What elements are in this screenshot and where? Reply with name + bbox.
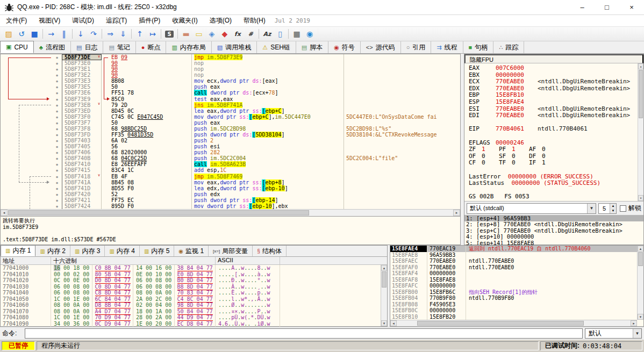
menu-item-0[interactable]: 文件(F) bbox=[0, 15, 33, 26]
registers-vscrollbar[interactable] bbox=[638, 63, 643, 201]
disasm-row[interactable]: ●5D8F740556push esi bbox=[1, 143, 460, 149]
run-icon[interactable]: → bbox=[45, 28, 58, 40]
breakpoint-dot-icon[interactable]: ● bbox=[52, 54, 62, 60]
calculator-icon[interactable]: ▦ bbox=[290, 28, 303, 40]
scroll-down-button[interactable] bbox=[638, 195, 643, 201]
register-line[interactable]: LastStatus 00000000 (STATUS_SUCCESS) bbox=[469, 180, 643, 187]
dump-tab-结构体[interactable]: §结构体 bbox=[253, 246, 287, 256]
stepper-arrows[interactable]: ▲▼ bbox=[610, 204, 616, 213]
dump-tab-内存 4[interactable]: ▥内存 4 bbox=[105, 246, 139, 256]
disasm-row[interactable]: ●5D8F741583C4 1Cadd esp,1C bbox=[1, 167, 460, 173]
tab-引用[interactable]: ○引用 bbox=[401, 41, 432, 53]
close-debuggee-icon[interactable]: ■ bbox=[28, 28, 41, 40]
disasm-row[interactable]: ●5D8F73F868 98BDC25Dpush im.5DC2BD985DC2… bbox=[1, 126, 460, 132]
menu-item-6[interactable]: 选项(O) bbox=[204, 15, 238, 26]
hide-fpu-button[interactable]: 隐藏FPU bbox=[464, 54, 643, 63]
symbols-globe-icon[interactable]: ◉ bbox=[303, 28, 316, 40]
chevron-down-icon[interactable]: ▼ bbox=[587, 204, 596, 213]
disasm-row[interactable]: ●5D8F73F750push eax bbox=[1, 120, 460, 126]
step-over-icon[interactable]: ↷ bbox=[87, 28, 100, 40]
tab-笔记[interactable]: ▤笔记 bbox=[103, 41, 135, 53]
checkbox-icon[interactable] bbox=[620, 205, 626, 212]
disasm-row[interactable]: ●5D8F73E090nop bbox=[1, 60, 460, 66]
dump-vscrollbar[interactable] bbox=[381, 265, 387, 326]
dump-row[interactable]: 770410200C 00 0E 00D0 8D 04 7706 00 08 0… bbox=[1, 277, 387, 284]
command-input[interactable] bbox=[25, 328, 583, 339]
comments-icon[interactable]: ▭ bbox=[192, 28, 205, 40]
scroll-right-button[interactable] bbox=[631, 320, 637, 326]
tab-源代码[interactable]: <>源代码 bbox=[361, 41, 401, 53]
breakpoint-dot-icon[interactable]: ● bbox=[52, 90, 62, 96]
debuggee-notes-icon[interactable]: ▯ bbox=[274, 28, 287, 40]
disasm-row[interactable]: ●5D8F7418EB 4Fjmp im.5D8F7469 bbox=[1, 174, 460, 179]
maximize-button[interactable]: □ bbox=[595, 0, 619, 15]
disasm-row[interactable]: ●5D8F73E985C0test eax,eax bbox=[1, 96, 460, 102]
hash-breakpoint-icon[interactable]: # bbox=[244, 28, 257, 40]
breakpoint-dot-icon[interactable]: ● bbox=[52, 114, 62, 120]
disasm-row[interactable]: ●5D8F7421FF75 ECpush dword ptr ss:[ebp-1… bbox=[1, 197, 460, 203]
scroll-thumb[interactable] bbox=[417, 321, 584, 326]
breakpoint-dot-icon[interactable]: ● bbox=[52, 179, 62, 185]
dump-row[interactable]: 7704103006 00 08 00C0 8D 04 7706 00 08 0… bbox=[1, 284, 387, 290]
dump-tab-内存 5[interactable]: ▥内存 5 bbox=[140, 246, 174, 256]
register-line[interactable]: CF0TF0IF1 bbox=[469, 160, 643, 167]
memory-dump-pane[interactable]: ▥内存 1▥内存 2▥内存 3▥内存 4▥内存 5◉监视 1[x=]局部变量§结… bbox=[0, 245, 388, 327]
scroll-thumb[interactable] bbox=[639, 70, 643, 118]
tab-断点[interactable]: ●断点 bbox=[136, 41, 167, 53]
breakpoint-dot-icon[interactable]: ● bbox=[52, 126, 62, 132]
stack-row[interactable]: 15E8FAEC770EABE0ntdll.770EABE0 bbox=[390, 258, 643, 264]
tab-句柄[interactable]: ■句柄 bbox=[463, 41, 494, 53]
tab-流程图[interactable]: ♣流程图 bbox=[34, 41, 71, 53]
register-line[interactable]: EDX770EABE0<ntdll.DbgUiRemoteBreakin> bbox=[469, 85, 643, 92]
dump-row[interactable]: 7704109034 00 36 000C D9 04 771E 00 20 0… bbox=[1, 321, 387, 327]
register-line[interactable] bbox=[469, 133, 643, 140]
register-line[interactable]: ZF1PF1AF0 bbox=[469, 146, 643, 153]
stack-row[interactable]: 15E8FB1015E8FB20 bbox=[390, 314, 643, 320]
scroll-thumb[interactable] bbox=[638, 252, 643, 266]
tab-脚本[interactable]: ▤脚本 bbox=[296, 41, 328, 53]
menu-item-4[interactable]: 插件(P) bbox=[133, 15, 166, 26]
disasm-row[interactable]: ●5D8F73E6FF51 78call dword ptr ds:[ecx+7… bbox=[1, 90, 460, 96]
breakpoint-dot-icon[interactable]: ● bbox=[52, 155, 62, 161]
disasm-row[interactable]: ●5D8F73E290nop bbox=[1, 72, 460, 78]
dump-row[interactable]: 770410801C 00 1E 0070 D9 04 7728 00 2A 0… bbox=[1, 314, 387, 321]
register-line[interactable]: ESP15E8FAE4 bbox=[469, 99, 643, 106]
scroll-right-button[interactable] bbox=[453, 210, 460, 216]
stack-row[interactable]: 15E8FB0C00000000 bbox=[390, 307, 643, 314]
disasm-row[interactable]: ●5D8F740B68 04C0C25Dpush im.5DC2C0045DC2… bbox=[1, 155, 460, 161]
breakpoint-dot-icon[interactable]: ● bbox=[52, 161, 62, 167]
disasm-row[interactable]: ●5D8F741A8B45 08mov eax,dword ptr ss:[eb… bbox=[1, 179, 460, 185]
tab-日志[interactable]: ▤日志 bbox=[71, 41, 103, 53]
bookmark-icon[interactable]: ◆ bbox=[218, 28, 231, 40]
tab-线程[interactable]: ⇉线程 bbox=[431, 41, 463, 53]
stack-row[interactable]: 15E8FAF0770EABE0ntdll.770EABE0 bbox=[390, 264, 643, 271]
scroll-up-button[interactable] bbox=[638, 63, 643, 69]
register-line[interactable]: EIP770B4061ntdll.770B4061 bbox=[469, 126, 643, 133]
dump-row[interactable]: 7704107008 00 0A 00A4 D7 04 7718 00 1A 0… bbox=[1, 308, 387, 315]
breakpoint-dot-icon[interactable]: ● bbox=[52, 174, 62, 179]
labels-icon[interactable]: ◈ bbox=[205, 28, 218, 40]
registers-area[interactable]: EAX007C6000EBX00000000ECX770EABE0<ntdll.… bbox=[464, 63, 643, 201]
disasm-row[interactable]: ●5D8F73F0C745 0C E047C45Dmov dword ptr s… bbox=[1, 114, 460, 120]
stack-hscrollbar[interactable] bbox=[390, 320, 637, 326]
breakpoint-dot-icon[interactable]: ● bbox=[52, 143, 62, 149]
menu-item-2[interactable]: 调试(D) bbox=[66, 15, 100, 26]
stack-row[interactable]: 15E8FAF815E8FAE8 bbox=[390, 277, 643, 283]
dump-tab-内存 2[interactable]: ▥内存 2 bbox=[35, 246, 70, 256]
disasm-row[interactable]: ●5D8F73EB79 2Djns im.5D8F741A bbox=[1, 102, 460, 108]
breakpoint-dot-icon[interactable]: ● bbox=[52, 191, 62, 197]
menu-item-3[interactable]: 追踪(T) bbox=[100, 15, 133, 26]
scroll-left-button[interactable] bbox=[1, 210, 8, 216]
register-line[interactable]: OF0SF0DF0 bbox=[469, 153, 643, 160]
skip-icon[interactable]: S bbox=[163, 28, 176, 40]
disassembly-hscrollbar[interactable] bbox=[1, 209, 460, 216]
stack-pane[interactable]: 15E8FAE4770EAC19返回到 ntdll.770EAC19 自 ntd… bbox=[390, 245, 644, 327]
step-down-icon[interactable]: ⇓ bbox=[117, 28, 130, 40]
disasm-row[interactable]: ●5D8F73DEEB 09jmp im.5D8F73E9 bbox=[1, 54, 460, 60]
disasm-row[interactable]: ●5D8F742052push edx bbox=[1, 191, 460, 197]
breakpoint-dot-icon[interactable]: ● bbox=[52, 185, 62, 191]
breakpoint-dot-icon[interactable]: ● bbox=[52, 66, 62, 72]
call-argument-row[interactable]: 4: [esp+10] 00000000 bbox=[464, 234, 643, 240]
register-line[interactable]: EFLAGS00000246 bbox=[469, 140, 643, 147]
breakpoint-dot-icon[interactable]: ● bbox=[52, 78, 62, 84]
